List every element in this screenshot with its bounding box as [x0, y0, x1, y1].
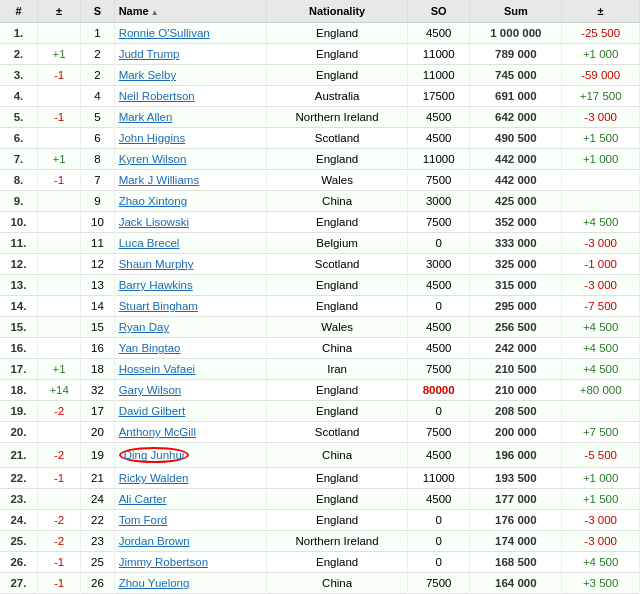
table-row: 18.+1432Gary WilsonEngland80000210 000+8…: [0, 380, 640, 401]
cell-s: 17: [81, 401, 114, 422]
cell-s: 20: [81, 422, 114, 443]
cell-name[interactable]: Gary Wilson: [114, 380, 267, 401]
cell-nationality: Wales: [267, 317, 408, 338]
cell-rank: 9.: [0, 191, 37, 212]
cell-pm: -5 500: [562, 443, 640, 468]
table-row: 13.13Barry HawkinsEngland4500315 000-3 0…: [0, 275, 640, 296]
cell-s: 18: [81, 359, 114, 380]
cell-nationality: Scotland: [267, 128, 408, 149]
cell-rank: 8.: [0, 170, 37, 191]
cell-s: 21: [81, 468, 114, 489]
cell-name[interactable]: Mark J Williams: [114, 170, 267, 191]
col-header-diff: ±: [37, 0, 81, 23]
cell-pm: +1 500: [562, 489, 640, 510]
cell-name[interactable]: Ronnie O'Sullivan: [114, 23, 267, 44]
cell-name[interactable]: Shaun Murphy: [114, 254, 267, 275]
table-row: 5.-15Mark AllenNorthern Ireland4500642 0…: [0, 107, 640, 128]
cell-name[interactable]: Stuart Bingham: [114, 296, 267, 317]
cell-nationality: England: [267, 552, 408, 573]
cell-diff: [37, 317, 81, 338]
table-row: 24.-222Tom FordEngland0176 000-3 000: [0, 510, 640, 531]
cell-nationality: England: [267, 23, 408, 44]
cell-name[interactable]: Neil Robertson: [114, 86, 267, 107]
table-row: 20.20Anthony McGillScotland7500200 000+7…: [0, 422, 640, 443]
col-header-rank: #: [0, 0, 37, 23]
cell-name[interactable]: Judd Trump: [114, 44, 267, 65]
cell-name[interactable]: John Higgins: [114, 128, 267, 149]
cell-name[interactable]: Kyren Wilson: [114, 149, 267, 170]
cell-s: 15: [81, 317, 114, 338]
cell-name[interactable]: Jimmy Robertson: [114, 552, 267, 573]
cell-so: 3000: [407, 254, 470, 275]
cell-name[interactable]: Hossein Vafaei: [114, 359, 267, 380]
cell-diff: [37, 233, 81, 254]
cell-pm: +1 000: [562, 468, 640, 489]
cell-pm: -3 000: [562, 510, 640, 531]
cell-rank: 27.: [0, 573, 37, 594]
cell-s: 1: [81, 23, 114, 44]
cell-name[interactable]: David Gilbert: [114, 401, 267, 422]
cell-pm: [562, 170, 640, 191]
table-row: 4.4Neil RobertsonAustralia17500691 000+1…: [0, 86, 640, 107]
cell-so: 0: [407, 510, 470, 531]
cell-rank: 12.: [0, 254, 37, 275]
cell-s: 2: [81, 44, 114, 65]
cell-so: 7500: [407, 212, 470, 233]
cell-rank: 26.: [0, 552, 37, 573]
cell-sum: 210 000: [470, 380, 562, 401]
cell-name[interactable]: Mark Allen: [114, 107, 267, 128]
cell-name[interactable]: Jordan Brown: [114, 531, 267, 552]
cell-pm: +4 500: [562, 212, 640, 233]
cell-name[interactable]: Barry Hawkins: [114, 275, 267, 296]
cell-pm: -3 000: [562, 233, 640, 254]
cell-name[interactable]: Yan Bingtao: [114, 338, 267, 359]
cell-pm: [562, 191, 640, 212]
cell-pm: +4 500: [562, 317, 640, 338]
cell-s: 32: [81, 380, 114, 401]
cell-name[interactable]: Zhao Xintong: [114, 191, 267, 212]
cell-diff: -1: [37, 552, 81, 573]
table-row: 17.+118Hossein VafaeiIran7500210 500+4 5…: [0, 359, 640, 380]
cell-diff: -1: [37, 573, 81, 594]
cell-rank: 23.: [0, 489, 37, 510]
table-row: 9.9Zhao XintongChina3000425 000: [0, 191, 640, 212]
cell-so: 3000: [407, 191, 470, 212]
table-row: 23.24Ali CarterEngland4500177 000+1 500: [0, 489, 640, 510]
cell-name[interactable]: Jack Lisowski: [114, 212, 267, 233]
table-row: 25.-223Jordan BrownNorthern Ireland0174 …: [0, 531, 640, 552]
cell-so: 11000: [407, 44, 470, 65]
cell-nationality: Iran: [267, 359, 408, 380]
cell-nationality: Northern Ireland: [267, 107, 408, 128]
cell-nationality: England: [267, 489, 408, 510]
cell-name[interactable]: Ali Carter: [114, 489, 267, 510]
cell-pm: -3 000: [562, 275, 640, 296]
cell-so: 7500: [407, 573, 470, 594]
cell-pm: +7 500: [562, 422, 640, 443]
cell-diff: [37, 86, 81, 107]
cell-name[interactable]: Ricky Walden: [114, 468, 267, 489]
cell-rank: 2.: [0, 44, 37, 65]
cell-name[interactable]: Tom Ford: [114, 510, 267, 531]
cell-s: 16: [81, 338, 114, 359]
col-header-s: S: [81, 0, 114, 23]
cell-pm: +1 000: [562, 149, 640, 170]
col-header-name[interactable]: Name: [114, 0, 267, 23]
col-header-so: SO: [407, 0, 470, 23]
cell-sum: 352 000: [470, 212, 562, 233]
cell-name[interactable]: Mark Selby: [114, 65, 267, 86]
cell-diff: +1: [37, 44, 81, 65]
cell-pm: +4 500: [562, 338, 640, 359]
cell-name[interactable]: Anthony McGill: [114, 422, 267, 443]
cell-rank: 25.: [0, 531, 37, 552]
cell-name[interactable]: Zhou Yuelong: [114, 573, 267, 594]
cell-rank: 5.: [0, 107, 37, 128]
cell-rank: 3.: [0, 65, 37, 86]
table-row: 19.-217David GilbertEngland0208 500: [0, 401, 640, 422]
cell-name[interactable]: Ding Junhui: [114, 443, 267, 468]
cell-diff: +14: [37, 380, 81, 401]
cell-nationality: England: [267, 44, 408, 65]
cell-name[interactable]: Luca Brecel: [114, 233, 267, 254]
cell-name[interactable]: Ryan Day: [114, 317, 267, 338]
cell-pm: -7 500: [562, 296, 640, 317]
cell-s: 23: [81, 531, 114, 552]
